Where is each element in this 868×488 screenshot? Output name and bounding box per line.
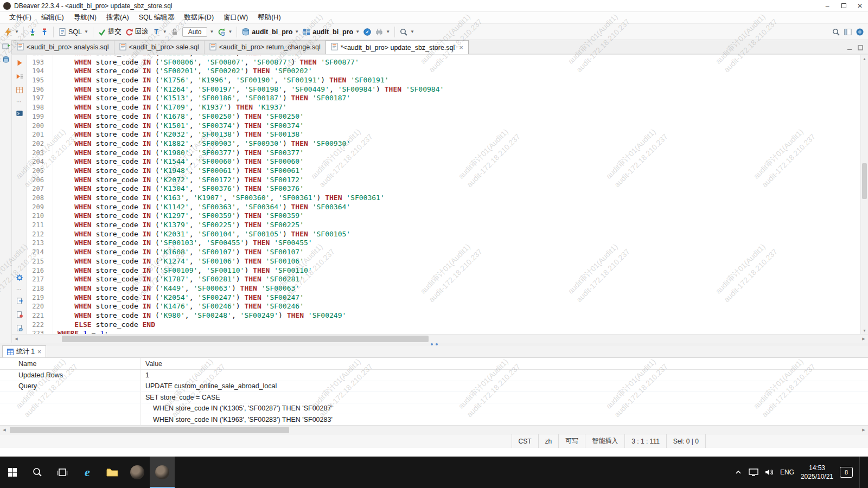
database-selector[interactable]: audit_bi_pro ▼: [240, 25, 301, 38]
more-actions-icon[interactable]: ⋯: [16, 99, 22, 105]
scroll-up-icon[interactable]: ▲: [861, 55, 868, 62]
scroll-left-icon[interactable]: ◀: [0, 426, 9, 434]
minimize-button[interactable]: –: [819, 0, 835, 11]
menu-item-1[interactable]: 文件(F): [4, 12, 36, 23]
output-button[interactable]: ▼: [373, 25, 392, 38]
restore-view-icon[interactable]: [2, 42, 10, 51]
code-line[interactable]: 203 WHEN store_code IN ('K1980', 'SF0037…: [27, 149, 860, 158]
language-indicator[interactable]: ENG: [780, 468, 794, 476]
dbeaver-running-button[interactable]: [150, 457, 175, 488]
code-line[interactable]: 219 WHEN store_code IN ('K2054', 'SF0024…: [27, 293, 860, 303]
validate-script-button[interactable]: [14, 310, 25, 319]
autocommit-lock-button[interactable]: [169, 25, 181, 38]
code-line[interactable]: 193 WHEN store_code IN ('SF00806', 'SF00…: [27, 58, 860, 67]
editor-horizontal-scrollbar[interactable]: ◀ ▶: [12, 334, 868, 343]
maximize-view-icon[interactable]: [857, 44, 864, 51]
editor-settings-button[interactable]: [14, 273, 25, 282]
code-line[interactable]: 202 WHEN store_code IN ('K1882', 'SF0090…: [27, 139, 860, 149]
editor-vertical-scrollbar[interactable]: ▲ ▼: [860, 55, 868, 334]
connect-button[interactable]: [27, 25, 39, 38]
result-row[interactable]: WHEN store_code IN ('K1963', 'SF00283') …: [0, 414, 868, 425]
explain-plan-button[interactable]: [14, 85, 25, 95]
editor-tab-1[interactable]: <audit_bi_pro> analysis.sql: [11, 40, 114, 54]
rollback-button[interactable]: 回滚: [123, 25, 150, 38]
close-results-tab-icon[interactable]: ×: [37, 348, 41, 356]
file-explorer-button[interactable]: [100, 457, 125, 488]
quick-search-button[interactable]: [830, 25, 842, 38]
start-button[interactable]: [0, 457, 25, 488]
code-line[interactable]: 220 WHEN store_code IN ('K1476', 'SF0024…: [27, 302, 860, 311]
code-line[interactable]: 216 WHEN store_code IN ('SF00109', 'SF00…: [27, 266, 860, 275]
code-line[interactable]: 223WHERE 1 = 1;: [27, 329, 860, 334]
code-line[interactable]: 210 WHEN store_code IN ('K1297', 'SF0035…: [27, 211, 860, 221]
schema-selector[interactable]: audit_bi_pro ▼: [301, 25, 361, 38]
scroll-right-icon[interactable]: ▶: [859, 426, 868, 434]
code-line[interactable]: 201 WHEN store_code IN ('K2032', 'SF0013…: [27, 130, 860, 139]
code-line[interactable]: 205 WHEN store_code IN ('K1948', 'SF0006…: [27, 166, 860, 176]
horizontal-scroll-thumb[interactable]: [62, 336, 429, 342]
menu-item-2[interactable]: 编辑(E): [36, 12, 69, 23]
menu-item-8[interactable]: 帮助(H): [253, 12, 285, 23]
results-scroll-thumb[interactable]: [10, 427, 289, 433]
scroll-down-icon[interactable]: ▼: [861, 326, 868, 334]
new-sql-editor-button[interactable]: ▼: [2, 25, 21, 38]
code-line[interactable]: 207 WHEN store_code IN ('K1304', 'SF0037…: [27, 184, 860, 194]
execute-statement-button[interactable]: [14, 58, 25, 68]
restore-database-view-icon[interactable]: [2, 55, 10, 64]
result-row[interactable]: Updated Rows1: [0, 370, 868, 381]
dbeaver-community-button[interactable]: [854, 25, 866, 38]
code-line[interactable]: 222 ELSE store_code END: [27, 320, 860, 330]
refresh-button[interactable]: ▼: [215, 25, 234, 38]
notification-badge[interactable]: 8: [840, 467, 853, 478]
tray-expand-icon[interactable]: [735, 468, 742, 476]
column-header-value[interactable]: Value: [141, 358, 868, 369]
taskbar-clock[interactable]: 14:53 2025/10/21: [801, 464, 833, 481]
dbeaver-taskbar-button[interactable]: [125, 457, 150, 488]
transaction-mode-button[interactable]: T ▼: [150, 25, 169, 38]
save-to-database-button[interactable]: [14, 323, 25, 333]
results-horizontal-scrollbar[interactable]: ◀ ▶: [0, 425, 868, 434]
open-perspective-button[interactable]: [842, 25, 854, 38]
show-desktop-button[interactable]: [859, 457, 861, 488]
editor-tab-2[interactable]: <audit_bi_pro> sale.sql: [114, 40, 205, 54]
internet-explorer-button[interactable]: e: [75, 457, 100, 488]
code-line[interactable]: 208 WHEN store_code IN ('K163', 'K1907',…: [27, 194, 860, 203]
scroll-left-icon[interactable]: ◀: [12, 335, 21, 343]
execute-script-button[interactable]: [14, 72, 25, 81]
menu-item-4[interactable]: 搜索(A): [101, 12, 134, 23]
result-row[interactable]: QueryUPDATE custom_online_sale_abroad_lo…: [0, 381, 868, 393]
sql-dialect-selector[interactable]: SQL ▼: [56, 25, 90, 38]
search-dropdown-button[interactable]: ▼: [398, 25, 416, 38]
open-console-button[interactable]: [14, 108, 25, 118]
result-row[interactable]: WHEN store_code IN ('K1305', 'SF00287') …: [0, 403, 868, 415]
code-line[interactable]: 217 WHEN store_code IN ('K1787', 'SF0028…: [27, 275, 860, 284]
close-tab-icon[interactable]: ×: [459, 43, 463, 52]
more-actions-icon[interactable]: ⋯: [16, 286, 22, 292]
code-line[interactable]: 196 WHEN store_code IN ('K1264', 'SF0019…: [27, 85, 860, 94]
code-line[interactable]: 212 WHEN store_code IN ('K2031', 'SF0010…: [27, 230, 860, 239]
code-line[interactable]: 200 WHEN store_code IN ('K1501', 'SF0037…: [27, 121, 860, 131]
code-line[interactable]: 209 WHEN store_code IN ('K1142', 'SF0036…: [27, 203, 860, 212]
task-view-button[interactable]: [50, 457, 75, 488]
close-button[interactable]: ✕: [852, 0, 868, 11]
code-line[interactable]: 194 WHEN store_code IN ('SF00201', 'SF00…: [27, 67, 860, 76]
code-line[interactable]: 213 WHEN store_code IN ('SF00103', 'SF00…: [27, 239, 860, 248]
export-result-button[interactable]: [14, 296, 25, 306]
menu-item-7[interactable]: 窗口(W): [219, 12, 253, 23]
menu-item-6[interactable]: 数据库(D): [179, 12, 219, 23]
code-line[interactable]: 199 WHEN store_code IN ('K1678', 'SF0025…: [27, 112, 860, 121]
sql-editor[interactable]: 192 WHEN store_code IN ('K1125', 'SF0019…: [27, 55, 868, 334]
minimize-view-icon[interactable]: [846, 44, 853, 51]
code-line[interactable]: 195 WHEN store_code IN ('K1756', 'K1996'…: [27, 76, 860, 85]
vertical-scroll-thumb[interactable]: [862, 163, 867, 199]
scroll-right-icon[interactable]: ▶: [859, 335, 868, 343]
tab-statistics[interactable]: 统计 1 ×: [2, 345, 46, 357]
code-line[interactable]: 214 WHEN store_code IN ('K1608', 'SF0010…: [27, 248, 860, 257]
code-line[interactable]: 211 WHEN store_code IN ('K1379', 'SF0022…: [27, 221, 860, 230]
editor-tab-4[interactable]: *<audit_bi_pro> update_sbz_store.sql×: [326, 40, 469, 54]
code-line[interactable]: 198 WHEN store_code IN ('K1709', 'K1937'…: [27, 103, 860, 112]
network-icon[interactable]: [749, 468, 758, 476]
result-row[interactable]: SET store_code = CASE: [0, 392, 868, 403]
disconnect-button[interactable]: [39, 25, 50, 38]
menu-item-3[interactable]: 导航(N): [69, 12, 101, 23]
